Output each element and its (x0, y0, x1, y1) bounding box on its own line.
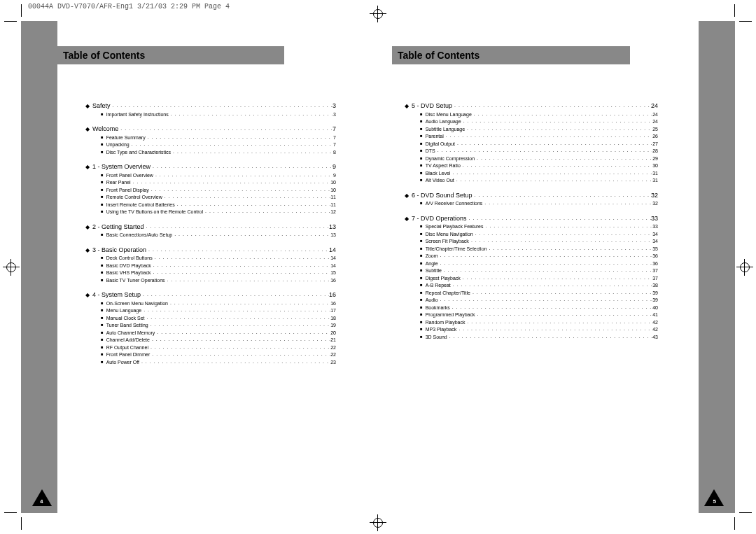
toc-main-entry: ◆4 - System Setup16 (85, 290, 336, 300)
toc-main-page: 3 (332, 101, 336, 111)
toc-sub-title: Auto Channel Memory (106, 330, 155, 337)
leader-dots (153, 254, 330, 262)
toc-sub-page: 20 (330, 330, 336, 337)
leader-dots (141, 307, 330, 314)
toc-sub-title: RF Output Channel (106, 344, 148, 352)
square-bullet-icon: ■ (420, 155, 423, 162)
toc-sub-page: 16 (330, 300, 336, 308)
diamond-bullet-icon: ◆ (85, 102, 90, 111)
toc-main-entry: ◆Welcome7 (85, 125, 336, 134)
square-bullet-icon: ■ (101, 149, 104, 155)
leader-dots (472, 192, 651, 199)
square-bullet-icon: ■ (420, 177, 423, 183)
toc-sub-page: 23 (330, 359, 336, 367)
leader-dots (450, 304, 653, 311)
page-left: Table of Contents ◆Safety3■Important Saf… (21, 21, 378, 513)
toc-main-title: 5 - DVD Setup (412, 101, 452, 111)
leader-dots (162, 193, 330, 201)
leader-dots (165, 276, 331, 284)
diamond-bullet-icon: ◆ (405, 192, 409, 200)
crop-mark (734, 4, 735, 17)
square-bullet-icon: ■ (420, 231, 423, 237)
toc-main-entry: ◆5 - DVD Setup24 (405, 101, 658, 111)
leader-dots (454, 176, 652, 184)
square-bullet-icon: ■ (101, 202, 104, 208)
diamond-bullet-icon: ◆ (85, 291, 90, 300)
leader-dots (452, 102, 651, 110)
toc-sub-page: 37 (652, 267, 658, 275)
toc-sub-page: 34 (652, 238, 658, 246)
leader-dots (451, 281, 652, 289)
leader-dots (455, 140, 652, 148)
toc-main-entry: ◆6 - DVD Sound Setup32 (405, 191, 658, 201)
square-bullet-icon: ■ (101, 111, 104, 118)
toc-sub-title: Disc Menu Navigation (426, 231, 473, 239)
toc-main-title: 3 - Basic Operation (92, 246, 146, 255)
leader-dots (149, 186, 330, 194)
leader-dots (111, 102, 332, 110)
leader-dots (151, 262, 330, 269)
toc-sub-page: 38 (652, 282, 658, 290)
square-bullet-icon: ■ (420, 326, 423, 332)
toc-sub-title: Tuner Band Setting (106, 322, 148, 330)
toc-sub-entry: ■Basic Connections/Auto Setup13 (85, 232, 336, 239)
square-bullet-icon: ■ (101, 351, 104, 358)
crop-mark (739, 512, 752, 513)
square-bullet-icon: ■ (101, 194, 104, 200)
registration-mark-right (736, 259, 753, 276)
toc-sub-page: 7 (333, 134, 336, 142)
leader-dots (461, 162, 652, 169)
toc-content-left: ◆Safety3■Important Safety Instructions3◆… (85, 101, 336, 471)
toc-sub-page: 24 (652, 118, 658, 126)
toc-sub-title: Important Safety Instructions (106, 111, 169, 119)
toc-sub-page: 11 (330, 202, 336, 209)
toc-sub-title: Deck Control Buttons (106, 255, 153, 262)
leader-dots (482, 199, 652, 207)
toc-sub-entry: ■Disc Type and Characteristics8 (85, 149, 336, 157)
toc-sub-entry: ■Auto Power Off23 (85, 359, 336, 367)
square-bullet-icon: ■ (101, 255, 104, 261)
square-bullet-icon: ■ (420, 200, 423, 206)
toc-sub-title: Parental (426, 133, 444, 141)
toc-section: ◆4 - System Setup16■On-Screen Menu Navig… (85, 290, 336, 366)
toc-sub-title: Disc Type and Characteristics (106, 149, 171, 157)
square-bullet-icon: ■ (101, 141, 104, 148)
toc-main-page: 33 (651, 214, 658, 224)
toc-sub-title: A-B Repeat (426, 282, 451, 290)
leader-dots (465, 318, 652, 326)
toc-sub-title: Basic DVD Playback (106, 262, 151, 270)
square-bullet-icon: ■ (420, 118, 423, 125)
leader-dots (438, 252, 653, 260)
square-bullet-icon: ■ (420, 246, 423, 252)
toc-main-title: 7 - DVD Operations (412, 214, 467, 224)
leader-dots (131, 178, 331, 186)
leader-dots (467, 215, 651, 223)
leader-dots (475, 155, 652, 162)
toc-main-page: 13 (329, 223, 336, 232)
leader-dots (172, 231, 330, 239)
toc-sub-entry: ■A/V Receiver Connections32 (405, 200, 658, 208)
page-number-right: 5 (713, 498, 716, 505)
square-bullet-icon: ■ (101, 187, 104, 193)
leader-dots (150, 351, 330, 358)
toc-sub-title: Front Panel Display (106, 187, 149, 195)
toc-sub-page: 34 (652, 231, 658, 239)
toc-main-page: 7 (332, 125, 336, 134)
toc-sub-page: 40 (652, 304, 658, 312)
leader-dots (442, 267, 652, 274)
toc-sub-page: 27 (652, 141, 658, 148)
toc-section: ◆Safety3■Important Safety Instructions3 (85, 101, 336, 118)
toc-sub-page: 42 (652, 319, 658, 327)
square-bullet-icon: ■ (420, 162, 423, 169)
toc-main-page: 14 (329, 246, 336, 255)
heading-band-left: Table of Contents (57, 46, 284, 64)
diamond-bullet-icon: ◆ (85, 246, 90, 255)
toc-sub-title: Remote Control Overview (106, 194, 162, 202)
toc-sub-page: 16 (330, 277, 336, 285)
toc-section: ◆5 - DVD Setup24■Disc Menu Language24■Au… (405, 101, 658, 185)
toc-sub-page: 41 (652, 311, 658, 319)
leader-dots (141, 291, 329, 299)
toc-sub-title: DTS (426, 148, 435, 155)
leader-dots (118, 125, 332, 133)
toc-sub-title: Menu Language (106, 307, 142, 315)
